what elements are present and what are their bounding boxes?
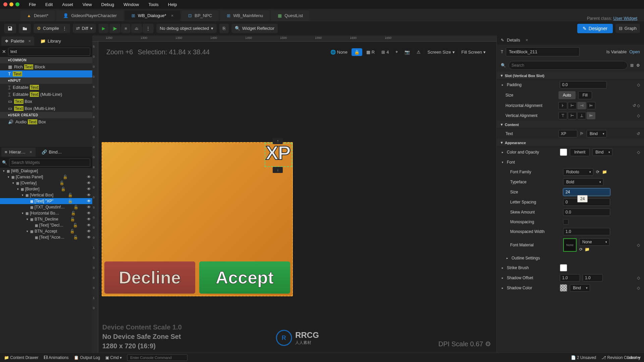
inherit-button[interactable]: Inherit xyxy=(570,148,590,156)
compile-button[interactable]: ⚙Compile⋮ xyxy=(34,24,70,33)
decline-button-preview[interactable]: Decline xyxy=(104,261,195,294)
palette-section-input[interactable]: ▾ INPUT xyxy=(0,77,92,84)
reset-icon[interactable]: ◇ xyxy=(637,82,640,87)
section-content[interactable]: ▾ Content xyxy=(497,121,644,129)
close-panel-icon[interactable]: × xyxy=(526,38,528,43)
halign-fill[interactable]: ⊨ xyxy=(587,102,595,109)
font-size-input[interactable] xyxy=(563,188,610,196)
text-value-input[interactable] xyxy=(558,130,577,137)
reset-icon[interactable]: ◇ xyxy=(637,243,640,247)
reset-icon[interactable]: ↺ xyxy=(637,131,640,136)
debug-object-dropdown[interactable]: No debug object selected ▾ xyxy=(156,24,217,33)
minimize-window-icon[interactable] xyxy=(9,2,13,6)
material-dropdown[interactable]: None xyxy=(579,238,609,246)
section-appearance[interactable]: ▾ Appearance xyxy=(497,139,644,147)
strike-swatch[interactable] xyxy=(560,264,567,272)
tree-item[interactable]: ▦[Text] "XP"🔓👁 xyxy=(0,198,92,204)
section-slot[interactable]: ▾ Slot (Vertical Box Slot) xyxy=(497,72,644,80)
size-fill-button[interactable]: Fill xyxy=(578,91,592,99)
shadow-x-input[interactable] xyxy=(560,274,580,282)
output-log-button[interactable]: 📋 Output Log xyxy=(74,355,100,360)
reset-icon[interactable]: ↺ ◇ xyxy=(633,103,640,108)
tree-item[interactable]: ▦[Text] "Decl…🔓👁 xyxy=(0,222,92,228)
halign-right[interactable]: ⊣ xyxy=(577,102,586,109)
browse-icon[interactable]: ⟳ xyxy=(596,170,599,174)
animations-button[interactable]: 🎞 Animations xyxy=(44,355,68,360)
tree-item[interactable]: ▦[TXT_QuestInf…🔓👁 xyxy=(0,204,92,210)
shadow-bind-dropdown[interactable]: Bind xyxy=(570,284,590,292)
material-thumbnail[interactable]: None xyxy=(563,238,577,252)
view-options-icon[interactable]: ⊞ xyxy=(630,63,634,68)
fill-screen-dropdown[interactable]: Fill Screen ▾ xyxy=(459,48,488,56)
font-family-dropdown[interactable]: Roboto xyxy=(563,168,593,176)
typeface-dropdown[interactable]: Bold xyxy=(563,178,603,186)
tab-desert[interactable]: ▲Desert* xyxy=(20,10,55,21)
tree-item[interactable]: ▾▦[Vertical Box]🔓👁 xyxy=(0,192,92,198)
misc-option-3[interactable]: ⚠ xyxy=(414,48,423,56)
screen-size-dropdown[interactable]: Screen Size ▾ xyxy=(425,48,457,56)
valign-fill[interactable]: ⊨ xyxy=(587,112,595,119)
valign-top[interactable]: ⊤ xyxy=(558,112,567,119)
object-name-input[interactable] xyxy=(506,47,580,56)
palette-item-text[interactable]: T Text xyxy=(0,70,92,77)
settings-icon[interactable]: ⚙ xyxy=(636,63,640,68)
reset-icon[interactable]: ◇ xyxy=(637,113,640,118)
eject-button[interactable]: ⏏ xyxy=(131,24,142,33)
tab-gideon[interactable]: 👤GideonPlayerCharacter xyxy=(56,10,123,21)
folder-icon[interactable]: 📁 xyxy=(585,247,590,252)
reset-icon[interactable]: ◇ xyxy=(637,286,640,290)
misc-option-1[interactable]: ⌖ xyxy=(393,48,400,56)
details-search-input[interactable] xyxy=(508,61,628,70)
halign-left[interactable]: ⊦ xyxy=(558,102,567,109)
valign-bottom[interactable]: ⊥ xyxy=(577,112,586,119)
anchor-down-icon[interactable]: ↓ xyxy=(273,167,283,173)
size-auto-button[interactable]: Auto xyxy=(558,91,576,99)
play-button[interactable]: ▶ xyxy=(99,24,109,33)
layout-option[interactable]: ▦ R xyxy=(364,48,377,56)
menu-window[interactable]: Window xyxy=(119,1,143,8)
close-panel-icon[interactable]: × xyxy=(28,39,31,44)
palette-item-richtextblock[interactable]: ▦ Rich Text Block xyxy=(0,63,92,70)
preview-widget[interactable]: XP Decline Accept xyxy=(102,142,293,296)
tree-item[interactable]: ▾▦[Horizontal Bo…🔓👁 xyxy=(0,210,92,216)
localize-icon[interactable]: 🏳 xyxy=(580,131,584,136)
palette-item-editable-text-ml[interactable]: ⌶ Editable Text (Multi-Line) xyxy=(0,91,92,98)
tree-item[interactable]: ▦[Text] "Acce…🔓👁 xyxy=(0,234,92,240)
tree-item[interactable]: ▾▦BTN_Decline🔓👁 xyxy=(0,216,92,222)
library-tab[interactable]: 📁 Library xyxy=(37,37,64,46)
menu-file[interactable]: File xyxy=(25,1,40,8)
widget-reflector-button[interactable]: 🔍Widget Reflector xyxy=(231,24,278,33)
tab-wb-dialogue[interactable]: ⊞WB_Dialogue*× xyxy=(125,10,180,21)
tree-item[interactable]: ▾▦[Canvas Panel]🔓👁 xyxy=(0,174,92,180)
menu-debug[interactable]: Debug xyxy=(97,1,118,8)
locate-button[interactable]: ⎘ xyxy=(219,24,229,33)
clear-search-icon[interactable]: ✕ xyxy=(2,49,6,54)
diff-button[interactable]: ⇄Diff▾ xyxy=(73,24,96,33)
stop-button[interactable]: ■ xyxy=(121,24,130,33)
open-link[interactable]: Open xyxy=(629,49,640,54)
play-options-button[interactable]: ⋮ xyxy=(143,24,154,33)
folder-icon[interactable]: 📁 xyxy=(602,170,607,174)
reset-icon[interactable]: ◇ xyxy=(637,276,640,280)
content-drawer-button[interactable]: 📁 Content Drawer xyxy=(4,355,38,360)
is-variable-checkbox[interactable]: Is Variable xyxy=(606,49,627,54)
maximize-window-icon[interactable] xyxy=(15,2,19,6)
text-bind-dropdown[interactable]: Bind xyxy=(587,130,607,137)
camera-option[interactable]: 🌐 None xyxy=(328,48,350,56)
bindings-tab[interactable]: 🔗 Bind… xyxy=(38,147,65,157)
palette-item-editable-text[interactable]: ⌶ Editable Text xyxy=(0,84,92,91)
browse-button[interactable] xyxy=(19,24,31,33)
shadow-color-swatch[interactable] xyxy=(560,284,567,292)
padding-input[interactable] xyxy=(560,81,607,88)
close-tab-icon[interactable]: × xyxy=(171,13,174,18)
grid-option[interactable]: ⊞ 4 xyxy=(379,48,391,56)
hierarchy-search-input[interactable] xyxy=(9,159,90,167)
parent-class-link[interactable]: User Widget xyxy=(613,16,637,21)
tree-item[interactable]: ▾▦[WB_Dialogue] xyxy=(0,168,92,174)
mono-width-input[interactable] xyxy=(563,228,610,235)
console-input[interactable] xyxy=(127,354,187,361)
save-button[interactable] xyxy=(4,24,16,33)
tab-bp-npc[interactable]: ⊡BP_NPC xyxy=(181,10,219,21)
close-window-icon[interactable] xyxy=(3,2,7,6)
palette-section-common[interactable]: ▾ COMMON xyxy=(0,57,92,63)
